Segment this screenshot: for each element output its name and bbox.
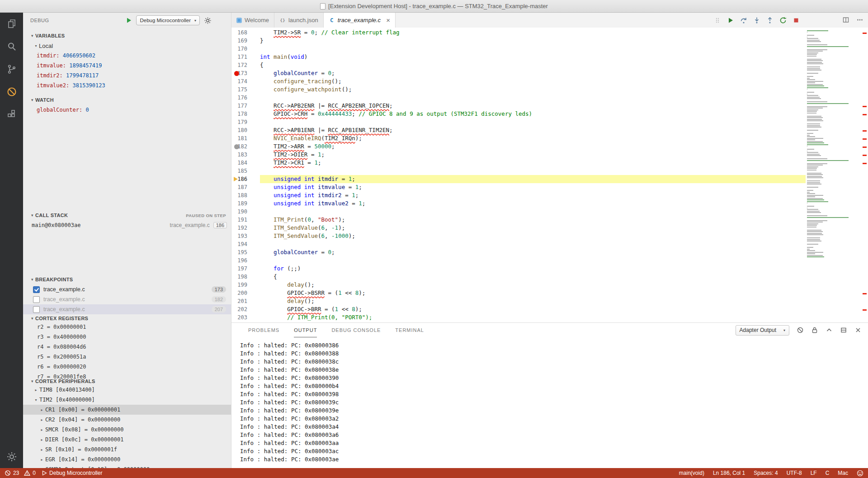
code-line[interactable]: 170 [231,45,806,53]
source-control-icon[interactable] [0,58,23,80]
register-row[interactable]: r3 = 0x40000000 [23,332,231,342]
gutter[interactable]: 187 [231,183,260,191]
code-line[interactable]: 175 configure_watchpoint(); [231,85,806,94]
status-item[interactable]: Ln 186, Col 1 [713,470,745,476]
peripheral-row[interactable]: ▸TIM8 [0x40013400] [23,385,231,395]
code-line[interactable]: 201 delay(); [231,297,806,305]
step-out-button[interactable] [766,16,774,24]
tab-welcome[interactable]: Welcome [231,13,274,28]
gutter[interactable]: 186 [231,175,260,183]
close-panel-icon[interactable] [854,327,862,334]
launch-config-select[interactable]: Debug Microcontroller ▾ [136,15,200,25]
code-line[interactable]: 199 delay(); [231,281,806,289]
status-item[interactable]: C [826,470,830,476]
status-item[interactable]: Mac [838,470,848,476]
register-row[interactable]: r4 = 0x080004d6 [23,342,231,352]
breakpoint-row[interactable]: trace_example.c182 [23,294,231,304]
code-line[interactable]: 188 unsigned int itmdir2 = 1; [231,191,806,199]
split-panel-icon[interactable] [840,327,847,334]
code-line[interactable]: 189 unsigned int itmvalue2 = 1; [231,199,806,208]
panel-tab-problems[interactable]: PROBLEMS [248,323,279,337]
status-item[interactable]: LF [811,470,817,476]
gutter[interactable]: 199 [231,281,260,289]
gutter[interactable]: 203 [231,313,260,322]
peripheral-row[interactable]: ▸DIER [0x0c] = 0x00000001 [23,435,231,445]
tab-trace_example-c[interactable]: Ctrace_example.c× [324,13,396,28]
gutter[interactable]: 175 [231,85,260,94]
code-line[interactable]: 171int main(void) [231,53,806,61]
output-log[interactable]: Info : halted: PC: 0x08000386Info : halt… [231,337,868,464]
watch-header[interactable]: ▾ WATCH [23,95,231,105]
panel-tab-terminal[interactable]: TERMINAL [395,323,424,337]
toolbar-drag-handle-icon[interactable] [713,16,722,24]
gutter[interactable]: 195 [231,248,260,256]
gutter[interactable]: 194 [231,240,260,248]
explorer-icon[interactable] [0,13,23,35]
code-line[interactable]: 194 [231,240,806,248]
clear-output-icon[interactable] [796,327,804,334]
maximize-panel-icon[interactable] [825,327,833,334]
more-actions-icon[interactable] [856,16,863,24]
status-item[interactable]: UTF-8 [787,470,802,476]
peripheral-row[interactable]: ▸SR [0x10] = 0x0000001f [23,445,231,454]
step-over-button[interactable] [740,16,748,24]
gutter[interactable]: 190 [231,208,260,216]
panel-tab-output[interactable]: OUTPUT [294,323,317,337]
gutter[interactable]: 179 [231,118,260,126]
split-editor-icon[interactable] [842,16,849,24]
settings-gear-icon[interactable] [0,445,23,468]
stop-button[interactable] [792,16,800,24]
peripheral-row[interactable]: ▸SMCR [0x08] = 0x00000000 [23,425,231,435]
scroll-lock-icon[interactable] [811,327,818,334]
code-line[interactable]: 180 RCC->APB1ENR |= RCC_APB1ENR_TIM2EN; [231,126,806,134]
status-item[interactable]: Spaces: 4 [754,470,778,476]
gutter[interactable]: 197 [231,265,260,273]
gutter[interactable]: 183 [231,151,260,159]
code-line[interactable]: 191 ITM_Print(0, "Boot"); [231,216,806,224]
code-line[interactable]: 179 [231,118,806,126]
step-into-button[interactable] [753,16,761,24]
tab-launch-json[interactable]: {}launch.json [274,13,324,28]
peripherals-header[interactable]: ▾ CORTEX PERIPHERALS [23,377,231,385]
continue-button[interactable] [726,16,735,24]
gutter[interactable]: 185 [231,167,260,175]
breakpoint-row[interactable]: trace_example.c173 [23,284,231,294]
code-line[interactable]: 186 unsigned int itmdir = 1; [231,175,806,183]
code-line[interactable]: 181 NVIC_EnableIRQ(TIM2_IRQn); [231,134,806,142]
gutter[interactable]: 198 [231,273,260,281]
variable-row[interactable]: globalCounter: 0 [23,105,231,115]
gutter[interactable]: 193 [231,232,260,240]
code-line[interactable]: 169} [231,37,806,45]
gutter[interactable]: 181 [231,134,260,142]
breakpoint-checkbox[interactable] [33,286,40,293]
variables-header[interactable]: ▾ VARIABLES [23,31,231,41]
code-line[interactable]: 187 unsigned int itmvalue = 1; [231,183,806,191]
debug-icon[interactable] [0,80,23,103]
extensions-icon[interactable] [0,103,23,126]
gutter[interactable]: 170 [231,45,260,53]
gutter[interactable]: 192 [231,224,260,232]
code-line[interactable]: 173 globalCounter = 0; [231,69,806,77]
scope-local[interactable]: ▾ Local [23,41,231,51]
gutter[interactable]: 176 [231,94,260,102]
code-line[interactable]: 174 configure_tracing(); [231,77,806,85]
gutter[interactable]: 172 [231,61,260,69]
code-line[interactable]: 192 ITM_SendValue(6, -1); [231,224,806,232]
code-line[interactable]: 176 [231,94,806,102]
code-line[interactable]: 183 TIM2->DIER = 1; [231,151,806,159]
code-line[interactable]: 177 RCC->APB2ENR |= RCC_APB2ENR_IOPCEN; [231,102,806,110]
close-icon[interactable]: × [386,17,390,24]
gutter[interactable]: 180 [231,126,260,134]
feedback-smiley-icon[interactable] [857,470,863,477]
gutter[interactable]: 174 [231,77,260,85]
code-line[interactable]: 172{ [231,61,806,69]
status-item[interactable]: main(void) [679,470,704,476]
variable-row[interactable]: itmdir2: 1799478117 [23,71,231,80]
peripheral-row[interactable]: ▸CR2 [0x04] = 0x00000000 [23,415,231,425]
peripheral-row[interactable]: ▾TIM2 [0x40000000] [23,395,231,405]
gutter[interactable]: 184 [231,159,260,167]
code-editor[interactable]: 168 TIM2->SR = 0; // Clear interrupt fla… [231,28,868,322]
debug-status[interactable]: Debug Microcontroller [42,470,102,476]
debug-start-button[interactable] [126,17,132,24]
code-line[interactable]: 198 { [231,273,806,281]
